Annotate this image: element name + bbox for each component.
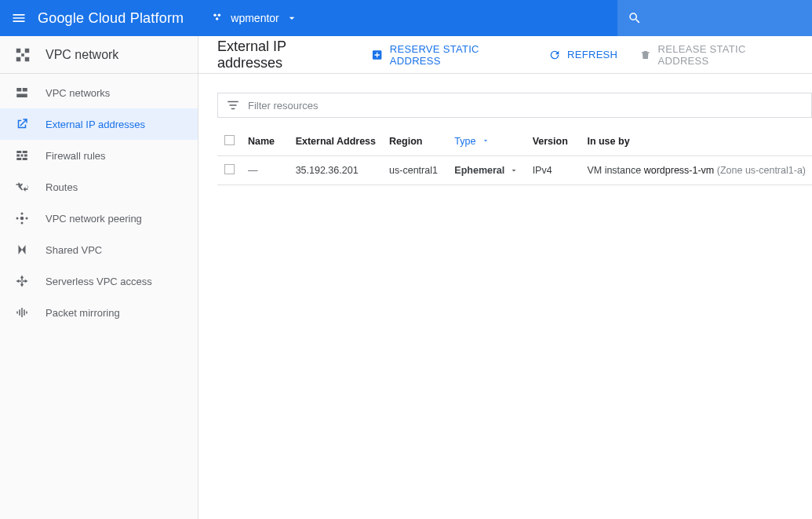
svg-rect-9 (23, 88, 27, 92)
svg-point-16 (21, 222, 24, 225)
svg-rect-7 (21, 53, 24, 57)
search-input[interactable] (652, 12, 812, 24)
ip-table: Name External Address Region Type Versio… (217, 127, 812, 185)
sidebar-item-label: VPC networks (46, 87, 110, 99)
action-label: REFRESH (567, 49, 617, 60)
refresh-button[interactable]: REFRESH (548, 49, 617, 61)
select-all-checkbox[interactable] (224, 135, 235, 145)
project-logo-icon (212, 11, 224, 26)
vpc-networks-icon (15, 86, 29, 100)
sidebar-item-firewall[interactable]: Firewall rules (0, 140, 198, 171)
col-region[interactable]: Region (383, 127, 448, 156)
serverless-icon (15, 274, 29, 288)
sort-asc-icon (482, 136, 490, 147)
project-name: wpmentor (231, 12, 279, 24)
shared-vpc-icon (15, 243, 29, 257)
in-use-prefix: VM instance (587, 165, 643, 176)
main-area: External IP addresses RESERVE STATIC ADD… (198, 36, 812, 519)
search-icon (628, 11, 642, 25)
sidebar: VPC network VPC networks External IP add… (0, 36, 198, 519)
col-version[interactable]: Version (526, 127, 581, 156)
sidebar-item-routes[interactable]: Routes (0, 171, 198, 203)
peering-icon (15, 211, 29, 225)
svg-rect-6 (25, 57, 30, 61)
sidebar-item-label: External IP addresses (46, 119, 145, 130)
firewall-icon (15, 148, 29, 163)
platform-name: Google Cloud Platform (38, 10, 184, 27)
cell-version: IPv4 (526, 156, 581, 185)
svg-point-0 (214, 13, 217, 16)
sidebar-item-peering[interactable]: VPC network peering (0, 203, 198, 234)
type-value: Ephemeral (454, 165, 504, 176)
col-in-use-by[interactable]: In use by (581, 127, 812, 156)
svg-rect-18 (19, 309, 20, 316)
svg-point-15 (21, 213, 24, 215)
svg-point-13 (16, 217, 19, 220)
logo-area[interactable]: Google Cloud Platform (38, 10, 202, 27)
svg-point-14 (26, 217, 28, 220)
sidebar-item-label: Shared VPC (46, 244, 102, 256)
table-row[interactable]: — 35.192.36.201 us-central1 Ephemeral IP… (217, 156, 812, 185)
in-use-target-link[interactable]: wordpress-1-vm (644, 165, 715, 176)
cell-region: us-central1 (383, 156, 448, 185)
filter-input[interactable] (248, 100, 811, 111)
col-external-address[interactable]: External Address (289, 127, 383, 156)
sidebar-item-vpc-networks[interactable]: VPC networks (0, 77, 198, 108)
svg-point-2 (216, 17, 218, 20)
reserve-static-address-button[interactable]: RESERVE STATIC ADDRESS (371, 43, 526, 67)
sidebar-item-label: Routes (46, 181, 78, 193)
chevron-down-icon (286, 12, 298, 24)
svg-rect-17 (21, 308, 23, 317)
svg-rect-4 (25, 48, 30, 53)
in-use-zone: (Zone us-central1-a) (714, 165, 806, 176)
action-label: RELEASE STATIC ADDRESS (658, 43, 793, 67)
search-bar[interactable] (617, 0, 812, 36)
col-type-label: Type (454, 136, 475, 147)
vpc-network-icon (14, 46, 31, 64)
sidebar-section-title: VPC network (0, 36, 198, 74)
routes-icon (15, 180, 29, 194)
hamburger-icon (11, 10, 27, 26)
sidebar-item-label: Serverless VPC access (46, 276, 152, 287)
svg-rect-19 (24, 309, 25, 316)
cell-external-address: 35.192.36.201 (289, 156, 383, 185)
topbar: Google Cloud Platform wpmentor (0, 0, 812, 36)
page-title: External IP addresses (217, 38, 349, 71)
svg-rect-10 (16, 94, 27, 98)
external-ip-icon (15, 117, 29, 131)
col-name[interactable]: Name (242, 127, 289, 156)
release-static-address-button: RELEASE STATIC ADDRESS (639, 43, 793, 67)
action-bar: External IP addresses RESERVE STATIC ADD… (198, 36, 812, 74)
col-type[interactable]: Type (448, 127, 526, 156)
trash-icon (639, 49, 651, 61)
sidebar-item-shared-vpc[interactable]: Shared VPC (0, 234, 198, 265)
sidebar-item-label: Packet mirroring (46, 307, 120, 319)
svg-rect-3 (16, 48, 21, 53)
menu-button[interactable] (0, 10, 38, 26)
sidebar-item-serverless[interactable]: Serverless VPC access (0, 265, 198, 297)
row-checkbox[interactable] (224, 164, 235, 174)
sidebar-item-external-ip[interactable]: External IP addresses (0, 108, 198, 140)
svg-rect-20 (16, 312, 18, 314)
sidebar-section-label: VPC network (46, 48, 118, 62)
filter-icon (226, 98, 240, 112)
sidebar-item-label: VPC network peering (46, 213, 142, 225)
svg-rect-21 (26, 312, 27, 314)
project-picker[interactable]: wpmentor (202, 11, 307, 26)
sidebar-item-label: Firewall rules (46, 150, 106, 162)
svg-point-12 (20, 217, 24, 221)
mirroring-icon (15, 305, 29, 320)
dropdown-caret-icon (509, 166, 519, 175)
add-box-icon (371, 49, 383, 61)
filter-bar[interactable] (217, 93, 812, 118)
sidebar-item-mirroring[interactable]: Packet mirroring (0, 297, 198, 328)
svg-rect-8 (16, 88, 21, 92)
action-label: RESERVE STATIC ADDRESS (390, 43, 526, 67)
cell-name: — (248, 165, 258, 176)
svg-rect-5 (16, 57, 21, 61)
svg-point-1 (218, 13, 220, 16)
refresh-icon (548, 49, 561, 61)
cell-in-use-by: VM instance wordpress-1-vm (Zone us-cent… (581, 156, 812, 185)
type-dropdown[interactable]: Ephemeral (454, 165, 519, 176)
